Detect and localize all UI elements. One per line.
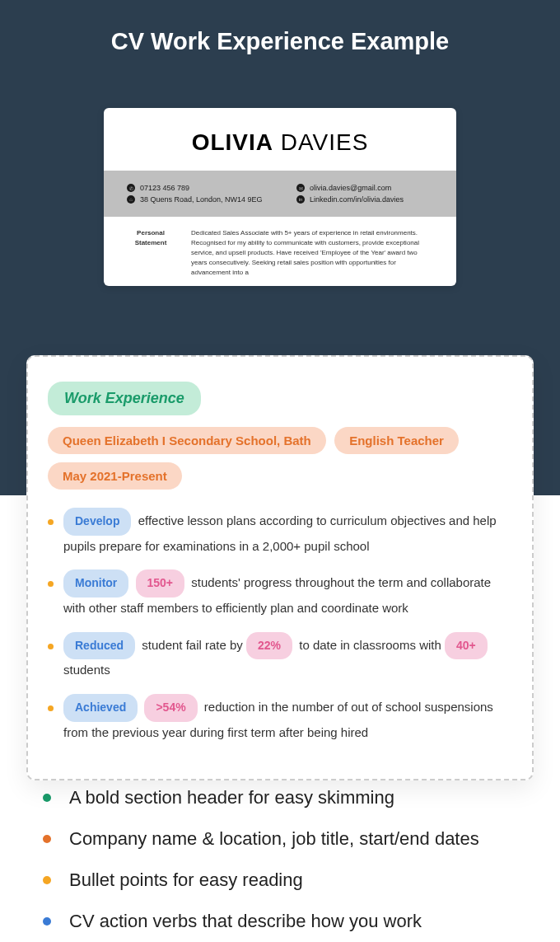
number-chip: >54% [144, 694, 197, 722]
bullet-mid2: to date in classrooms with [296, 638, 445, 652]
statement-label: Personal Statement [127, 228, 175, 278]
legend-text: Bullet points for easy reading [69, 869, 303, 891]
legend-text: Company name & location, job title, star… [69, 828, 479, 850]
contact-col-right: ✉ olivia.davies@gmail.com in Linkedin.co… [296, 180, 433, 207]
bullet-dot-icon [48, 519, 54, 525]
legend-item: CV action verbs that describe how you wo… [43, 911, 517, 932]
action-verb-chip: Reduced [63, 632, 135, 660]
contact-address: ⌂ 38 Quens Road, London, NW14 9EG [127, 195, 264, 204]
bullet-3: Reduced student fail rate by 22% to date… [48, 632, 512, 681]
linkedin-icon: in [296, 195, 305, 204]
number-chip: 40+ [445, 632, 488, 660]
legend-dot-icon [43, 876, 51, 884]
legend-dot-icon [43, 835, 51, 843]
contact-phone: ✆ 07123 456 789 [127, 184, 264, 192]
pill-row-3: May 2021-Present [48, 459, 512, 493]
email-text: olivia.davies@gmail.com [310, 184, 391, 192]
action-verb-chip: Achieved [63, 694, 138, 722]
pill-row-2: Queen Elizabeth I Secondary School, Bath… [48, 424, 512, 457]
action-verb-chip: Monitor [63, 569, 128, 598]
first-name: OLIVIA [192, 129, 273, 155]
location-icon: ⌂ [127, 195, 135, 204]
bullet-text: Develop effective lesson plans according… [63, 508, 512, 556]
legend-dot-icon [43, 794, 51, 802]
bullet-2: Monitor 150+ students' progress througho… [48, 569, 512, 618]
number-chip: 22% [246, 632, 292, 660]
job-title-pill: English Teacher [334, 427, 459, 454]
email-icon: ✉ [296, 184, 305, 192]
resume-preview: OLIVIA DAVIES ✆ 07123 456 789 ⌂ 38 Quens… [104, 108, 456, 286]
bullet-mid: student fail rate by [138, 638, 246, 652]
contact-band: ✆ 07123 456 789 ⌂ 38 Quens Road, London,… [104, 171, 456, 217]
bullet-text: Achieved >54% reduction in the number of… [63, 694, 512, 743]
header-band: CV Work Experience Example [0, 0, 560, 75]
legend-item: Company name & location, job title, star… [43, 828, 517, 850]
bullet-text: Reduced student fail rate by 22% to date… [63, 632, 512, 681]
statement-text: Dedicated Sales Associate with 5+ years … [191, 228, 433, 278]
contact-linkedin: in Linkedin.com/in/olivia.davies [296, 195, 433, 204]
legend-text: CV action verbs that describe how you wo… [69, 911, 422, 932]
bullet-dot-icon [48, 644, 54, 649]
phone-icon: ✆ [127, 184, 135, 192]
legend-dot-icon [43, 917, 51, 926]
action-verb-chip: Develop [63, 508, 131, 536]
bullet-dot-icon [48, 581, 54, 587]
address-text: 38 Quens Road, London, NW14 9EG [140, 195, 263, 204]
resume-name: OLIVIA DAVIES [104, 108, 456, 171]
bullet-1: Develop effective lesson plans according… [48, 508, 512, 556]
dark-band: OLIVIA DAVIES ✆ 07123 456 789 ⌂ 38 Quens… [0, 75, 560, 495]
section-header-pill: Work Experience [48, 382, 201, 415]
linkedin-text: Linkedin.com/in/olivia.davies [310, 195, 404, 204]
last-name: DAVIES [281, 129, 369, 155]
statement-row: Personal Statement Dedicated Sales Assoc… [104, 217, 456, 286]
bullet-4: Achieved >54% reduction in the number of… [48, 694, 512, 743]
overlay-card: Work Experience Queen Elizabeth I Second… [26, 355, 534, 780]
legend-item: Bullet points for easy reading [43, 869, 517, 891]
company-pill: Queen Elizabeth I Secondary School, Bath [48, 427, 326, 454]
bullet-text: Monitor 150+ students' progress througho… [63, 569, 512, 618]
bullet-tail: students [63, 663, 110, 677]
phone-text: 07123 456 789 [140, 184, 189, 192]
bullets: Develop effective lesson plans according… [48, 508, 512, 743]
number-chip: 150+ [136, 569, 185, 598]
dates-pill: May 2021-Present [48, 462, 182, 490]
bullet-dot-icon [48, 705, 54, 711]
contact-email: ✉ olivia.davies@gmail.com [296, 184, 433, 192]
page-title: CV Work Experience Example [0, 28, 560, 55]
contact-col-left: ✆ 07123 456 789 ⌂ 38 Quens Road, London,… [127, 180, 264, 207]
legend-item: A bold section header for easy skimming [43, 787, 517, 808]
legend-text: A bold section header for easy skimming [69, 787, 394, 808]
pill-row-1: Work Experience [48, 378, 512, 419]
